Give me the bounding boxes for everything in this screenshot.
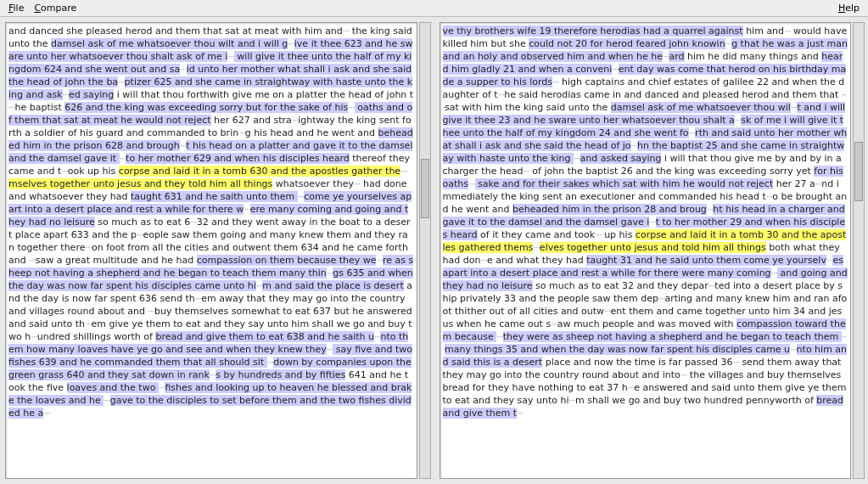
diff-run: they were as sheep not having a shepherd… <box>503 331 842 342</box>
line-dots: ··· <box>31 331 37 342</box>
selected-run: elves together unto jesus and told him a… <box>540 242 766 253</box>
line-dots: ··· <box>496 331 503 342</box>
line-dots: ··· <box>631 140 638 151</box>
line-dots: ··· <box>8 102 15 113</box>
line-dots: ··· <box>612 64 619 75</box>
text-run: him and <box>743 25 784 37</box>
line-dots: ··· <box>784 25 791 37</box>
text-run: place and now the time is far passed 36 <box>542 357 732 368</box>
line-dots: ··· <box>604 306 611 317</box>
line-dots: ··· <box>468 178 475 189</box>
line-dots: ··· <box>649 217 656 228</box>
line-dots: ··· <box>104 395 110 406</box>
menu-help[interactable]: Help <box>833 1 865 15</box>
text-run: he said herodias came in and danced and … <box>504 89 842 100</box>
diff-run: taught 631 and he saith unto them <box>131 191 298 202</box>
diff-run: taught 31 and he said unto them come ye … <box>586 255 826 266</box>
left-scrollbar[interactable] <box>419 22 431 479</box>
text-run: sat with him the king said unto the <box>445 102 611 113</box>
line-dots: ··· <box>595 229 602 240</box>
diff-run: many things 35 and when the day was now … <box>445 344 790 355</box>
line-dots: ··· <box>190 217 197 228</box>
line-dots: ··· <box>244 204 250 215</box>
text-run: her 27 a <box>773 178 815 189</box>
line-dots: ··· <box>348 102 355 113</box>
line-dots: ··· <box>61 166 68 177</box>
line-dots: ··· <box>790 344 797 355</box>
diff-run: loaves and the two <box>67 382 159 393</box>
line-dots: ··· <box>689 127 696 138</box>
line-dots: ··· <box>120 153 126 164</box>
menubar: File Compare Help <box>0 0 868 17</box>
diff-run: damsel ask of me whatsoever thou wil <box>611 102 791 113</box>
selected-run: mselves together unto jesus and they tol… <box>8 178 272 189</box>
line-dots: ··· <box>569 395 576 406</box>
line-dots: ··· <box>85 242 92 253</box>
line-dots: ··· <box>180 64 187 75</box>
diff-run: ve thy brothers wife 19 therefore herodi… <box>443 25 743 37</box>
line-dots: ··· <box>238 127 245 138</box>
content-area: and danced she pleased herod and them th… <box>0 17 868 484</box>
line-dots: ··· <box>400 166 407 177</box>
diff-run: 626 and the king was exceeding sorry but… <box>64 102 348 113</box>
diff-run: compassion on them because they we <box>197 255 377 266</box>
line-dots: ··· <box>533 242 540 253</box>
right-scrollbar-thumb[interactable] <box>854 142 863 201</box>
diff-run: ard <box>669 51 684 62</box>
text-run: he baptist <box>15 102 65 113</box>
text-run: g his head and he went and <box>245 127 378 138</box>
line-dots: ··· <box>63 89 70 100</box>
diff-run: and asked saying <box>580 153 662 164</box>
text-run: i will that thou forthwith give me on a … <box>114 89 413 100</box>
line-dots: ··· <box>227 51 234 62</box>
text-run: her 627 and stra <box>211 115 292 126</box>
text-run: up his <box>602 229 636 240</box>
diff-run: beheaded him in the prison 28 and broug <box>512 204 707 215</box>
menu-file[interactable]: File <box>3 1 29 15</box>
text-run: so much as to eat 6 <box>95 217 190 228</box>
left-scrollbar-thumb[interactable] <box>421 159 429 218</box>
text-run: undred shillings worth of <box>37 331 156 342</box>
text-run: of it they came and took <box>478 229 596 240</box>
diff-run: damsel ask of me whatsoever thou wilt an… <box>51 38 288 49</box>
text-run: m shall we go and buy two hundred pennyw… <box>575 395 816 406</box>
diff-run: to her mother 629 and when his disciples… <box>126 153 350 164</box>
diff-run: m and said the place is desert <box>262 280 403 291</box>
line-dots: ··· <box>148 306 154 317</box>
text-run: saw a great multitude and he had <box>36 255 197 266</box>
line-dots: ··· <box>771 267 778 279</box>
text-run: ook up his <box>68 166 119 177</box>
diff-run: s by hundreds and by fifties <box>216 369 345 380</box>
diff-run: could not 20 for herod feared john knowi… <box>529 38 725 49</box>
menu-compare[interactable]: Compare <box>29 1 81 15</box>
right-text-body[interactable]: ve thy brothers wife 19 therefore herodi… <box>440 22 852 479</box>
diff-run: bread and give them to eat 638 and he sa… <box>155 331 374 342</box>
diff-run: sake and for their sakes which sat with … <box>475 178 774 189</box>
text-run: aw much people and was moved with <box>557 318 736 329</box>
diff-run: ed saying <box>69 89 114 100</box>
left-pane: and danced she pleased herod and them th… <box>0 17 434 484</box>
line-dots: ··· <box>574 153 580 164</box>
line-dots: ··· <box>376 255 383 266</box>
line-dots: ··· <box>551 318 557 329</box>
text-run: e and what they had <box>487 255 586 266</box>
line-dots: ··· <box>29 255 36 266</box>
line-dots: ··· <box>288 38 294 49</box>
text-run: and danced she pleased herod and them th… <box>8 25 343 37</box>
line-dots: ··· <box>523 166 529 177</box>
right-pane: ve thy brothers wife 19 therefore herodi… <box>434 17 869 484</box>
text-run: him he did many things and <box>685 51 822 62</box>
line-dots: ··· <box>552 76 559 87</box>
line-dots: ··· <box>480 255 487 266</box>
text-run: whatsoever they <box>272 178 354 189</box>
text-run: so much as to eat 32 and they depar <box>533 280 708 291</box>
line-dots: ··· <box>118 76 125 87</box>
right-scrollbar[interactable] <box>853 22 865 479</box>
line-dots: ··· <box>517 408 524 419</box>
line-dots: ··· <box>732 357 739 368</box>
text-run: of john the baptist 26 and the king was … <box>529 166 814 177</box>
left-text-body[interactable]: and danced she pleased herod and them th… <box>5 22 417 479</box>
line-dots: ··· <box>43 408 50 419</box>
selected-run: corpse and laid it in a tomb 630 and the… <box>119 166 400 177</box>
